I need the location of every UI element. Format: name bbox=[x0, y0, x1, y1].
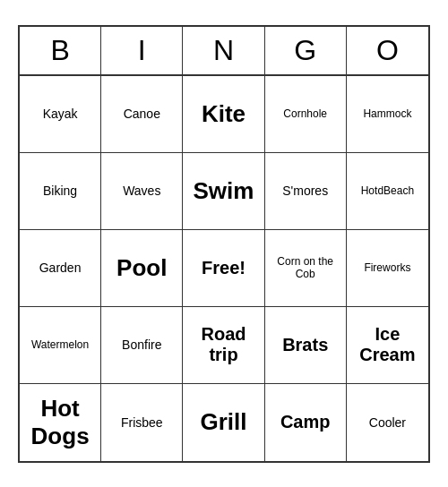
bingo-header: BINGO bbox=[20, 27, 428, 76]
bingo-cell: Garden bbox=[20, 230, 101, 307]
bingo-cell: Swim bbox=[183, 153, 264, 230]
bingo-cell: Camp bbox=[265, 384, 347, 461]
bingo-cell: Brats bbox=[265, 307, 347, 384]
bingo-header-letter: G bbox=[265, 27, 347, 74]
bingo-card: BINGO KayakCanoeKiteCornholeHammockBikin… bbox=[18, 25, 430, 463]
bingo-cell: Kayak bbox=[20, 76, 101, 153]
bingo-cell: Ice Cream bbox=[347, 307, 428, 384]
bingo-cell: S'mores bbox=[265, 153, 347, 230]
bingo-cell: HotdBeach bbox=[347, 153, 428, 230]
bingo-cell: Pool bbox=[101, 230, 183, 307]
bingo-cell: Cooler bbox=[347, 384, 428, 461]
bingo-header-letter: N bbox=[183, 27, 264, 74]
bingo-cell: Frisbee bbox=[101, 384, 183, 461]
bingo-header-letter: I bbox=[101, 27, 183, 74]
bingo-cell: Watermelon bbox=[20, 307, 101, 384]
bingo-cell: Canoe bbox=[101, 76, 183, 153]
bingo-cell: Grill bbox=[183, 384, 264, 461]
bingo-header-letter: B bbox=[20, 27, 101, 74]
bingo-cell: Kite bbox=[183, 76, 264, 153]
bingo-cell: Cornhole bbox=[265, 76, 347, 153]
bingo-cell: Hot Dogs bbox=[20, 384, 101, 461]
bingo-cell: Bonfire bbox=[101, 307, 183, 384]
bingo-cell: Corn on the Cob bbox=[265, 230, 347, 307]
bingo-grid: KayakCanoeKiteCornholeHammockBikingWaves… bbox=[20, 76, 428, 461]
bingo-cell: Fireworks bbox=[347, 230, 428, 307]
bingo-cell: Free! bbox=[183, 230, 264, 307]
bingo-cell: Waves bbox=[101, 153, 183, 230]
bingo-cell: Biking bbox=[20, 153, 101, 230]
bingo-cell: Hammock bbox=[347, 76, 428, 153]
bingo-cell: Road trip bbox=[183, 307, 264, 384]
bingo-header-letter: O bbox=[347, 27, 428, 74]
